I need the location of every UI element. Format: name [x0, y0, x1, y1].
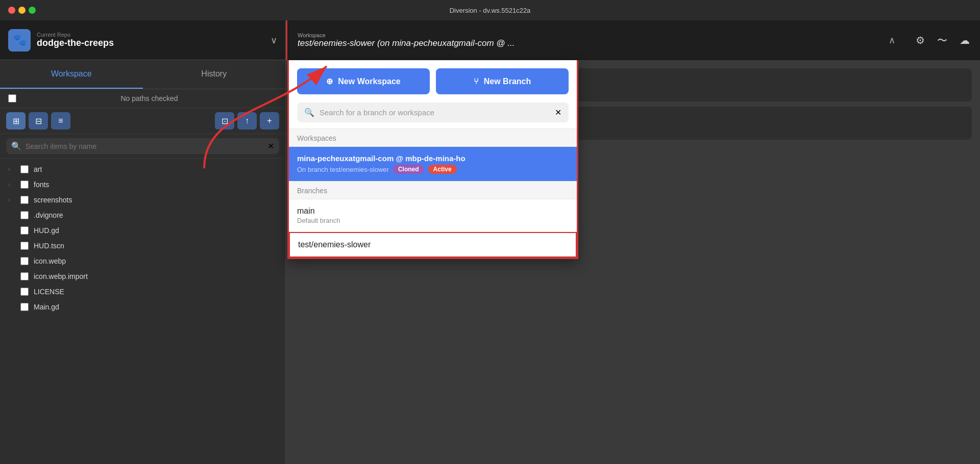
list-item[interactable]: HUD.tscn: [0, 238, 285, 253]
file-list: › art › fonts › screenshots .dvignore: [0, 159, 285, 464]
minimize-button[interactable]: [18, 7, 26, 14]
file-checkbox[interactable]: [20, 272, 29, 280]
branch-name-test: test/enemies-slower: [298, 240, 568, 249]
file-name: HUD.tscn: [34, 242, 64, 250]
workspace-item-sub: On branch test/enemies-slower Cloned Act…: [297, 165, 569, 174]
workspace-dropdown-chevron[interactable]: ∧: [889, 35, 895, 46]
add-button[interactable]: +: [260, 112, 279, 130]
file-name: art: [34, 165, 42, 173]
list-item[interactable]: LICENSE: [0, 284, 285, 299]
right-panel: Workspace test/enemies-slower (on mina-p…: [286, 20, 980, 464]
file-checkbox[interactable]: [20, 165, 29, 173]
no-paths-label: No paths checked: [21, 94, 277, 102]
gear-icon[interactable]: ⚙: [916, 34, 925, 46]
list-item[interactable]: .dvignore: [0, 208, 285, 223]
branch-item-test[interactable]: test/enemies-slower: [289, 232, 577, 257]
traffic-lights: [8, 7, 36, 14]
tab-workspace[interactable]: Workspace: [0, 60, 143, 89]
file-name: icon.webp: [34, 257, 66, 265]
list-item[interactable]: Main.gd: [0, 299, 285, 315]
file-checkbox[interactable]: [20, 303, 29, 311]
workspace-branch-text: On branch test/enemies-slower: [297, 166, 389, 173]
workspace-label: Workspace: [298, 32, 880, 38]
new-branch-icon: ⑂: [474, 77, 479, 86]
file-name: .dvignore: [34, 211, 63, 219]
main-panel: 🐾 Current Repo dodge-the-creeps ∨ Worksp…: [0, 20, 286, 464]
dropdown-search-clear-icon[interactable]: ✕: [555, 108, 561, 117]
close-button[interactable]: [8, 7, 15, 14]
view-list-button[interactable]: ≡: [51, 112, 70, 130]
dropdown-search-wrap: 🔍 ✕: [297, 102, 569, 122]
search-bar: 🔍 ✕: [0, 134, 285, 159]
dropdown-buttons: ⊕ New Workspace ⑂ New Branch: [289, 60, 577, 100]
dropdown-search: 🔍 ✕: [289, 100, 577, 128]
repo-label: Current Repo: [37, 32, 264, 38]
titlebar: Diversion - dv.ws.5521c22a: [0, 0, 980, 20]
list-item[interactable]: › fonts: [0, 177, 285, 192]
file-checkbox[interactable]: [20, 288, 29, 296]
tab-history-label: History: [201, 69, 227, 78]
header-icons: ⚙ 〜 ☁: [916, 34, 970, 47]
logo-icon: 🐾: [13, 34, 27, 47]
file-checkbox[interactable]: [20, 211, 29, 219]
new-branch-label: New Branch: [484, 77, 531, 86]
search-icon: 🔍: [11, 141, 21, 151]
new-branch-button[interactable]: ⑂ New Branch: [436, 68, 569, 94]
repo-info: Current Repo dodge-the-creeps: [37, 32, 264, 48]
list-item[interactable]: › screenshots: [0, 192, 285, 208]
chevron-right-icon: ›: [8, 196, 15, 203]
app-header: 🐾 Current Repo dodge-the-creeps ∨: [0, 20, 285, 60]
file-name: LICENSE: [34, 288, 64, 296]
list-item[interactable]: icon.webp.import: [0, 269, 285, 284]
new-workspace-icon: ⊕: [326, 76, 333, 86]
file-name: fonts: [34, 181, 49, 189]
right-header: Workspace test/enemies-slower (on mina-p…: [286, 20, 980, 60]
workspace-dropdown: ⊕ New Workspace ⑂ New Branch 🔍 ✕: [287, 60, 578, 259]
chevron-right-icon: ›: [8, 181, 15, 188]
branch-item-main[interactable]: main Default branch: [289, 199, 577, 232]
workspace-info: Workspace test/enemies-slower (on mina-p…: [298, 32, 880, 48]
branch-name-main: main: [297, 207, 569, 216]
app-logo: 🐾: [8, 29, 31, 51]
search-input-wrap: 🔍 ✕: [6, 138, 279, 154]
file-checkbox[interactable]: [20, 242, 29, 250]
repo-dropdown-chevron[interactable]: ∨: [271, 35, 277, 46]
workspace-item[interactable]: mina-pecheuxatgmail-com @ mbp-de-mina-ho…: [289, 147, 577, 181]
dropdown-search-icon: 🔍: [304, 108, 314, 117]
search-input[interactable]: [26, 142, 263, 150]
new-workspace-button[interactable]: ⊕ New Workspace: [297, 68, 430, 94]
workspace-name: test/enemies-slower (on mina-pecheuxatgm…: [298, 38, 880, 48]
file-checkbox[interactable]: [20, 257, 29, 265]
toolbar: ⊞ ⊟ ≡ ⊡ ↑ +: [0, 108, 285, 134]
window-title: Diversion - dv.ws.5521c22a: [450, 7, 531, 14]
dropdown-search-input[interactable]: [320, 108, 550, 117]
file-checkbox[interactable]: [20, 196, 29, 204]
upload-button[interactable]: ↑: [237, 112, 257, 130]
file-name: Main.gd: [34, 303, 59, 311]
app: 🐾 Current Repo dodge-the-creeps ∨ Worksp…: [0, 20, 980, 464]
tab-history[interactable]: History: [143, 60, 286, 89]
badge-active: Active: [428, 165, 457, 174]
tab-workspace-label: Workspace: [51, 69, 92, 78]
file-name: screenshots: [34, 196, 72, 204]
file-name: icon.webp.import: [34, 272, 88, 280]
file-name: HUD.gd: [34, 226, 59, 235]
cloud-icon[interactable]: ☁: [960, 34, 970, 46]
view-tree-button[interactable]: ⊞: [6, 112, 26, 130]
view-flat-button[interactable]: ⊟: [29, 112, 48, 130]
list-item[interactable]: icon.webp: [0, 253, 285, 269]
checkbox-row: No paths checked: [0, 89, 285, 108]
list-item[interactable]: HUD.gd: [0, 223, 285, 238]
branches-section-header: Branches: [289, 181, 577, 199]
clear-search-icon[interactable]: ✕: [267, 141, 274, 151]
file-checkbox[interactable]: [20, 226, 29, 235]
select-all-checkbox[interactable]: [8, 94, 16, 102]
file-checkbox[interactable]: [20, 181, 29, 189]
repo-name: dodge-the-creeps: [37, 38, 264, 48]
list-item[interactable]: › art: [0, 162, 285, 177]
maximize-button[interactable]: [29, 7, 36, 14]
external-link-button[interactable]: ⊡: [215, 112, 234, 130]
new-workspace-label: New Workspace: [338, 77, 400, 86]
chart-icon[interactable]: 〜: [937, 34, 947, 47]
branch-sub-main: Default branch: [297, 217, 569, 224]
